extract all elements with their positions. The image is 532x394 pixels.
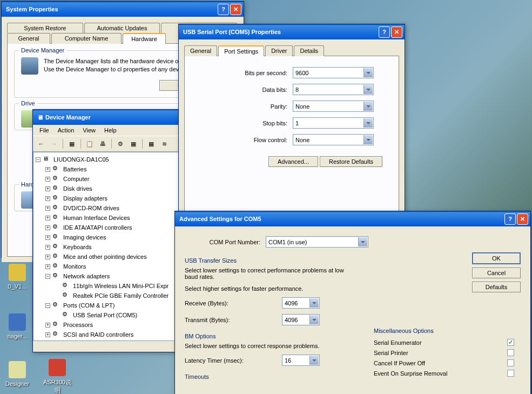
checkbox[interactable] bbox=[507, 349, 514, 356]
view-button[interactable]: ▦ bbox=[66, 138, 78, 150]
checkbox[interactable] bbox=[507, 359, 514, 366]
expand-icon[interactable]: + bbox=[45, 196, 50, 201]
latency-select[interactable]: 16 bbox=[282, 355, 320, 366]
close-button[interactable]: ✕ bbox=[517, 213, 528, 225]
device-icon: ⚙ bbox=[52, 262, 61, 271]
uninstall-button[interactable]: ▦ bbox=[145, 138, 157, 150]
tab-driver[interactable]: Driver bbox=[265, 45, 293, 56]
expand-icon[interactable]: + bbox=[45, 323, 50, 328]
expand-icon[interactable]: + bbox=[45, 216, 50, 221]
tree-item[interactable]: +⚙DVD/CD-ROM drives bbox=[36, 203, 180, 213]
defaults-button[interactable]: Defaults bbox=[472, 282, 521, 292]
tree-item[interactable]: +⚙Imaging devices bbox=[36, 232, 180, 242]
bps-select[interactable]: 9600 bbox=[293, 67, 374, 78]
titlebar[interactable]: System Properties ? ✕ bbox=[2, 2, 244, 17]
tree-root[interactable]: − 🖥 LIUDONGX-DA1C05 bbox=[36, 155, 180, 164]
expand-icon[interactable]: + bbox=[45, 206, 50, 211]
collapse-icon[interactable]: − bbox=[45, 274, 50, 279]
tab-computer-name[interactable]: Computer Name bbox=[51, 33, 122, 44]
scan-button[interactable]: ⚙ bbox=[115, 138, 126, 150]
tree-item[interactable]: +⚙SCSI and RAID controllers bbox=[36, 330, 180, 339]
tree-item[interactable]: −⚙Network adapters bbox=[36, 271, 180, 281]
desktop-icon[interactable]: Designer bbox=[1, 361, 33, 387]
tree-item[interactable]: +⚙Keyboards bbox=[36, 242, 180, 252]
print-button[interactable]: 🖶 bbox=[97, 138, 109, 150]
tree-item[interactable]: ⚙USB Serial Port (COM5) bbox=[36, 310, 180, 320]
expand-icon[interactable]: + bbox=[45, 177, 50, 182]
tree-item[interactable]: +⚙Display adapters bbox=[36, 193, 180, 203]
forward-button[interactable]: → bbox=[48, 138, 60, 150]
collapse-icon[interactable]: − bbox=[45, 303, 50, 308]
help-button[interactable]: ? bbox=[379, 26, 390, 38]
window-title: USB Serial Port (COM5) Properties bbox=[183, 29, 379, 35]
desktop-icon[interactable]: 0_V1... bbox=[1, 264, 33, 290]
chevron-down-icon bbox=[363, 118, 373, 128]
usb-title: USB Transfer Sizes bbox=[185, 257, 352, 264]
advanced-button[interactable]: Advanced... bbox=[268, 156, 318, 167]
receive-select[interactable]: 4096 bbox=[282, 297, 320, 309]
tree-item[interactable]: +⚙Monitors bbox=[36, 262, 180, 271]
databits-select[interactable]: 8 bbox=[293, 84, 374, 95]
expand-icon[interactable]: + bbox=[45, 235, 50, 240]
tab-system-restore[interactable]: System Restore bbox=[7, 23, 83, 33]
close-button[interactable]: ✕ bbox=[391, 26, 402, 38]
expand-icon[interactable]: + bbox=[45, 245, 50, 250]
tree-item[interactable]: +⚙Human Interface Devices bbox=[36, 213, 180, 223]
tree-item[interactable]: +⚙Disk drives bbox=[36, 184, 180, 193]
update-button[interactable]: ▦ bbox=[127, 138, 139, 150]
cancel-button[interactable]: Cancel bbox=[472, 268, 521, 278]
device-icon: ⚙ bbox=[52, 301, 61, 310]
tree-item[interactable]: +⚙IDE ATA/ATAPI controllers bbox=[36, 223, 180, 232]
device-icon: ⚙ bbox=[52, 165, 61, 173]
desktop-icon[interactable]: ASR300说明 书(有流量) bbox=[41, 359, 73, 394]
expand-icon[interactable]: + bbox=[45, 264, 50, 269]
stopbits-select[interactable]: 1 bbox=[293, 117, 374, 129]
checkbox[interactable] bbox=[507, 370, 514, 377]
expand-icon[interactable]: + bbox=[45, 255, 50, 259]
tab-automatic-updates[interactable]: Automatic Updates bbox=[84, 23, 160, 33]
tab-port-settings[interactable]: Port Settings bbox=[218, 45, 264, 56]
collapse-icon[interactable]: − bbox=[36, 157, 41, 162]
tree-item[interactable]: +⚙Processors bbox=[36, 320, 180, 330]
checkbox[interactable] bbox=[507, 339, 514, 346]
properties-button[interactable]: 📋 bbox=[84, 138, 96, 150]
flowcontrol-select[interactable]: None bbox=[293, 134, 374, 145]
comport-select[interactable]: COM1 (in use) bbox=[266, 236, 368, 248]
titlebar[interactable]: USB Serial Port (COM5) Properties ? ✕ bbox=[179, 24, 405, 39]
pdf-icon bbox=[49, 359, 66, 376]
tree-item[interactable]: ⚙11b/g/n Wireless LAN Mini-PCI Expr bbox=[36, 281, 180, 291]
tree-item[interactable]: +⚙Mice and other pointing devices bbox=[36, 252, 180, 262]
tree-item[interactable]: +⚙Computer bbox=[36, 174, 180, 184]
menu-action[interactable]: Action bbox=[53, 126, 79, 135]
restore-defaults-button[interactable]: Restore Defaults bbox=[320, 156, 382, 167]
disable-button[interactable]: ≋ bbox=[158, 138, 170, 150]
expand-icon[interactable]: + bbox=[45, 225, 50, 230]
menu-file[interactable]: File bbox=[35, 126, 53, 135]
expand-icon[interactable]: + bbox=[45, 167, 50, 172]
tab-general[interactable]: General bbox=[184, 45, 217, 56]
menu-view[interactable]: View bbox=[78, 126, 100, 135]
titlebar[interactable]: 🖥 Device Manager bbox=[33, 110, 183, 125]
tree-item[interactable]: +⚙Batteries bbox=[36, 164, 180, 174]
ok-button[interactable]: OK bbox=[472, 252, 521, 264]
transmit-select[interactable]: 4096 bbox=[282, 314, 320, 325]
back-button[interactable]: ← bbox=[35, 138, 47, 150]
tab-general[interactable]: General bbox=[7, 33, 50, 44]
misc-label: Serial Enumerator bbox=[374, 339, 422, 346]
expand-icon[interactable]: + bbox=[45, 332, 50, 337]
tab-hardware[interactable]: Hardware bbox=[123, 33, 166, 44]
titlebar[interactable]: Advanced Settings for COM5 ? ✕ bbox=[175, 211, 530, 226]
tree-item[interactable]: ⚙Realtek PCIe GBE Family Controller bbox=[36, 291, 180, 300]
device-icon: ⚙ bbox=[52, 340, 61, 341]
tree-item[interactable]: −⚙Ports (COM & LPT) bbox=[36, 300, 180, 310]
help-button[interactable]: ? bbox=[504, 213, 516, 225]
expand-icon[interactable]: + bbox=[45, 186, 50, 191]
device-tree[interactable]: − 🖥 LIUDONGX-DA1C05 +⚙Batteries+⚙Compute… bbox=[33, 152, 183, 341]
menu-help[interactable]: Help bbox=[100, 126, 121, 135]
desktop-icon[interactable]: nager... bbox=[1, 313, 33, 339]
tree-item[interactable]: +⚙SIMATIC NET bbox=[36, 339, 180, 341]
parity-select[interactable]: None bbox=[293, 101, 374, 112]
help-button[interactable]: ? bbox=[218, 4, 229, 15]
tab-details[interactable]: Details bbox=[294, 45, 324, 56]
close-button[interactable]: ✕ bbox=[230, 4, 241, 15]
